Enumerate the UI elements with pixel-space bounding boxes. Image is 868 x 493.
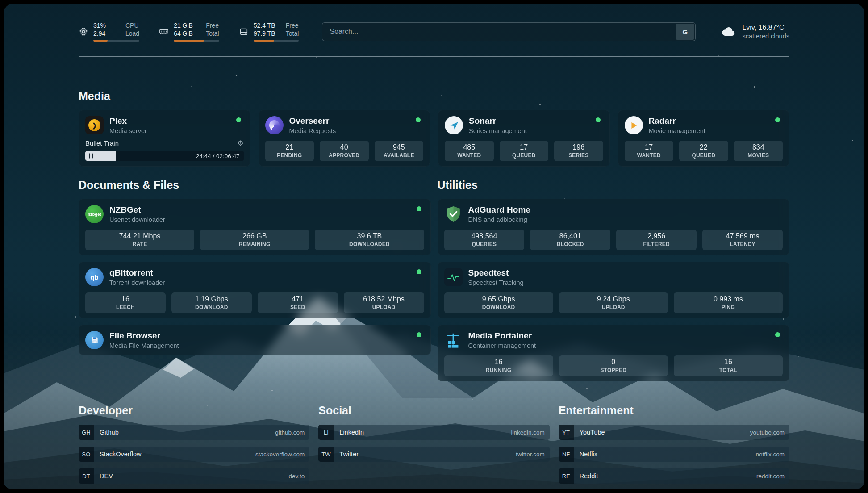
stat-label: DOWNLOAD <box>446 304 551 310</box>
service-name: qBittorrent <box>109 267 165 278</box>
stat-value: 266 GB <box>202 232 307 240</box>
stat-value: 834 <box>736 143 781 151</box>
stat-box: 39.6 TB DOWNLOADED <box>315 230 424 250</box>
status-indicator <box>417 206 421 211</box>
cpu-usage-value: 31% <box>93 22 120 29</box>
service-name: Speedtest <box>468 267 524 278</box>
stat-box: 618.52 Mbps UPLOAD <box>344 292 424 313</box>
service-subtitle: Torrent downloader <box>109 279 165 287</box>
stat-value: 9.65 Gbps <box>446 295 551 303</box>
section-heading-documents: Documents & Files <box>79 178 431 192</box>
stat-box: 471 SEED <box>258 292 338 313</box>
stat-label: STOPPED <box>561 367 666 373</box>
service-card-overseerr[interactable]: Overseerr Media Requests 21 PENDING 40 A… <box>259 110 430 167</box>
section-heading-utilities: Utilities <box>438 178 790 192</box>
bookmark-github[interactable]: GH Github github.com <box>79 425 309 440</box>
status-indicator <box>417 332 421 337</box>
bookmark-abbr-icon: DT <box>79 468 94 484</box>
stat-box: 1.19 Gbps DOWNLOAD <box>171 292 252 313</box>
bookmark-name: StackOverflow <box>100 451 141 458</box>
stat-box: 485 WANTED <box>445 141 494 161</box>
top-bar: 31% CPU 2.94 Load <box>79 21 789 43</box>
bookmark-name: LinkedIn <box>339 429 364 436</box>
bookmark-name: Netflix <box>580 451 597 458</box>
search-provider-button[interactable]: G <box>676 24 694 40</box>
service-card-speedtest[interactable]: Speedtest Speedtest Tracking 9.65 Gbps D… <box>438 262 790 318</box>
stat-label: TOTAL <box>676 367 781 373</box>
bookmark-name: Github <box>100 429 119 436</box>
status-indicator <box>416 117 421 122</box>
stat-box: 9.65 Gbps DOWNLOAD <box>444 292 553 313</box>
section-developer: Developer GH Github github.com SO StackO… <box>79 404 309 484</box>
memory-total-value: 64 GiB <box>174 30 200 38</box>
stat-label: WANTED <box>447 152 492 159</box>
search-input[interactable] <box>322 22 696 41</box>
service-card-qbittorrent[interactable]: qb qBittorrent Torrent downloader 16 LEE… <box>79 262 431 318</box>
stat-label: QUEUED <box>501 152 547 159</box>
stat-box: 266 GB REMAINING <box>200 230 309 250</box>
cpu-usage-bar <box>93 40 139 42</box>
service-name: Sonarr <box>469 116 527 126</box>
bookmark-abbr-icon: RE <box>559 468 574 484</box>
stat-value: 16 <box>676 358 781 366</box>
bookmark-url: stackoverflow.com <box>255 451 305 458</box>
bookmark-reddit[interactable]: RE Reddit reddit.com <box>559 468 789 484</box>
stat-label: LATENCY <box>704 241 781 247</box>
disk-total-value: 97.9 TB <box>254 30 280 38</box>
disk-free-value: 52.4 TB <box>254 22 280 29</box>
bookmark-netflix[interactable]: NF Netflix netflix.com <box>559 447 789 462</box>
stat-box: 17 WANTED <box>625 141 674 161</box>
gear-icon[interactable]: ⚙ <box>237 139 243 147</box>
stat-value: 40 <box>321 143 367 151</box>
stat-box: 47.569 ms LATENCY <box>702 230 783 250</box>
bookmark-abbr-icon: YT <box>559 425 574 440</box>
service-subtitle: Media File Management <box>109 342 179 350</box>
service-card-nzbget[interactable]: nzbget NZBGet Usenet downloader 744.21 M… <box>79 199 431 255</box>
service-card-portainer[interactable]: Media Portainer Container management 16 … <box>438 325 790 381</box>
resource-monitors: 31% CPU 2.94 Load <box>79 22 299 42</box>
disk-monitor: 52.4 TB Free 97.9 TB Total <box>239 22 299 42</box>
stat-box: 744.21 Mbps RATE <box>85 230 194 250</box>
bookmark-stackoverflow[interactable]: SO StackOverflow stackoverflow.com <box>79 447 309 462</box>
status-indicator <box>236 117 241 122</box>
stat-box: 9.24 Gbps UPLOAD <box>559 292 668 313</box>
stat-box: 16 TOTAL <box>674 355 783 376</box>
stat-value: 16 <box>446 358 551 366</box>
bookmark-youtube[interactable]: YT YouTube youtube.com <box>559 425 789 440</box>
stat-label: PENDING <box>267 152 313 159</box>
bookmark-twitter[interactable]: TW Twitter twitter.com <box>318 447 549 462</box>
bookmark-linkedin[interactable]: LI LinkedIn linkedin.com <box>318 425 549 440</box>
pause-icon[interactable] <box>89 154 93 159</box>
service-name: File Browser <box>109 330 179 341</box>
stat-box: 834 MOVIES <box>734 141 783 161</box>
service-name: Plex <box>109 116 147 126</box>
stat-label: PING <box>676 304 781 310</box>
bookmark-dev[interactable]: DT DEV dev.to <box>79 468 309 484</box>
stat-value: 16 <box>87 295 164 303</box>
stat-label: DOWNLOAD <box>173 304 250 310</box>
stat-box: 2,956 FILTERED <box>616 230 697 250</box>
service-subtitle: Usenet downloader <box>109 216 165 224</box>
stat-label: BLOCKED <box>532 241 609 247</box>
cpu-monitor: 31% CPU 2.94 Load <box>79 22 139 42</box>
portainer-icon <box>444 331 463 349</box>
stat-label: APPROVED <box>321 152 367 159</box>
status-indicator <box>596 117 601 122</box>
service-card-adguard[interactable]: AdGuard Home DNS and adblocking 498,564 … <box>438 199 790 255</box>
playback-progress-bar[interactable]: 24:44 / 02:06:47 <box>85 151 244 161</box>
service-name: Overseerr <box>289 116 336 126</box>
filebrowser-icon <box>85 331 104 349</box>
stat-label: UPLOAD <box>561 304 666 310</box>
cpu-load-value: 2.94 <box>93 30 120 38</box>
stat-value: 17 <box>501 143 547 151</box>
service-card-plex[interactable]: ❯ Plex Media server Bullet Train ⚙ <box>79 110 250 167</box>
stat-label: QUEUED <box>681 152 726 159</box>
section-heading-social: Social <box>318 404 549 418</box>
bookmark-url: reddit.com <box>756 473 785 480</box>
cloud-icon <box>721 26 737 38</box>
service-card-sonarr[interactable]: Sonarr Series management 485 WANTED 17 Q… <box>438 110 610 167</box>
stat-value: 9.24 Gbps <box>561 295 666 303</box>
service-card-radarr[interactable]: Radarr Movie management 17 WANTED 22 QUE… <box>618 110 790 167</box>
service-card-filebrowser[interactable]: File Browser Media File Management <box>79 325 431 355</box>
memory-usage-bar <box>174 40 219 42</box>
